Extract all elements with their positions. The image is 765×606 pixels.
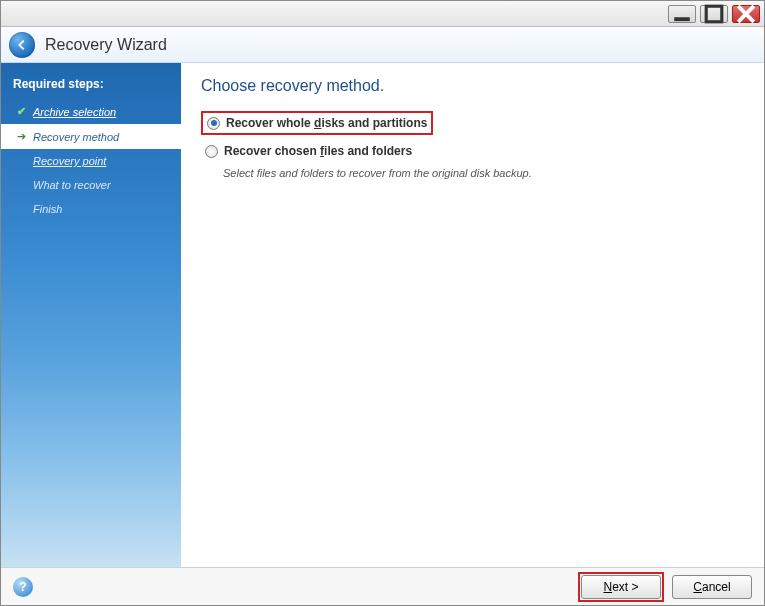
radio-recover-files[interactable]: [205, 145, 218, 158]
sidebar-step-finish[interactable]: Finish: [1, 197, 181, 221]
next-button-frame: Next >: [578, 572, 664, 602]
main-panel: Choose recovery method. Recover whole di…: [181, 63, 764, 567]
sidebar-step-label: Archive selection: [33, 106, 116, 118]
sidebar-step-recovery-method[interactable]: ➔ Recovery method: [1, 124, 181, 149]
sidebar-step-what-to-recover[interactable]: What to recover: [1, 173, 181, 197]
window-title: Recovery Wizard: [45, 36, 167, 54]
option-recover-files-label: Recover chosen files and folders: [224, 144, 412, 158]
sidebar-step-label: What to recover: [33, 179, 111, 191]
sidebar-step-archive-selection[interactable]: ✔ Archive selection: [1, 99, 181, 124]
svg-rect-1: [706, 6, 722, 22]
next-button[interactable]: Next >: [581, 575, 661, 599]
check-icon: ✔: [15, 105, 27, 118]
cancel-button[interactable]: Cancel: [672, 575, 752, 599]
sidebar-step-label: Recovery point: [33, 155, 106, 167]
option-recover-disks[interactable]: Recover whole disks and partitions: [201, 111, 433, 135]
header: Recovery Wizard: [1, 27, 764, 63]
cancel-button-frame: Cancel: [672, 575, 752, 599]
sidebar-step-label: Finish: [33, 203, 62, 215]
arrow-right-icon: ➔: [15, 130, 27, 143]
sidebar-heading: Required steps:: [1, 73, 181, 99]
radio-recover-disks[interactable]: [207, 117, 220, 130]
option-recover-files[interactable]: Recover chosen files and folders: [201, 141, 744, 161]
sidebar-step-label: Recovery method: [33, 131, 119, 143]
footer: ? Next > Cancel: [1, 567, 764, 605]
minimize-button[interactable]: [668, 5, 696, 23]
sidebar: Required steps: ✔ Archive selection ➔ Re…: [1, 63, 181, 567]
back-icon[interactable]: [9, 32, 35, 58]
option-recover-files-description: Select files and folders to recover from…: [223, 167, 744, 179]
option-recover-disks-label: Recover whole disks and partitions: [226, 116, 427, 130]
close-button[interactable]: [732, 5, 760, 23]
sidebar-step-recovery-point[interactable]: Recovery point: [1, 149, 181, 173]
titlebar: [1, 1, 764, 27]
maximize-button[interactable]: [700, 5, 728, 23]
help-icon[interactable]: ?: [13, 577, 33, 597]
main-heading: Choose recovery method.: [201, 77, 744, 95]
